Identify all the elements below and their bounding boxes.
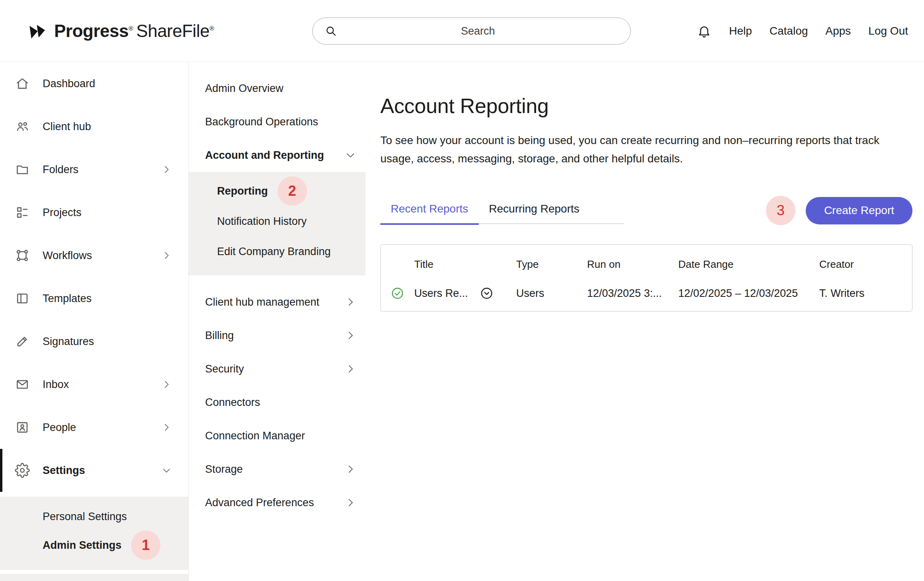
sidebar-item-templates[interactable]: Templates <box>0 277 188 320</box>
report-type: Users <box>516 287 587 300</box>
admin-nav-label: Billing <box>205 329 234 342</box>
admin-nav-item-billing[interactable]: Billing <box>189 319 366 352</box>
admin-nav-item-reporting[interactable]: Reporting 2 <box>189 176 366 206</box>
apps-link[interactable]: Apps <box>826 25 851 37</box>
template-icon <box>15 291 30 306</box>
tab-recent-reports[interactable]: Recent Reports <box>380 197 479 225</box>
column-header-run-on: Run on <box>587 258 678 271</box>
table-row[interactable]: Users Re... Users 12/03/2025 3:... 12/02… <box>381 279 912 311</box>
envelope-icon <box>15 377 30 392</box>
admin-nav-sublabel: Notification History <box>217 215 307 228</box>
people-group-icon <box>15 119 30 134</box>
admin-nav-item-account-and-reporting[interactable]: Account and Reporting <box>189 138 366 172</box>
sidebar-item-label: Dashboard <box>43 78 95 90</box>
chevron-right-icon <box>161 164 172 175</box>
sidebar-item-workflows[interactable]: Workflows <box>0 234 188 277</box>
admin-nav-item-connection-manager[interactable]: Connection Manager <box>189 419 366 452</box>
chevron-down-icon <box>345 150 356 161</box>
step-badge-1: 1 <box>131 530 161 560</box>
admin-nav-label: Client hub management <box>205 296 319 308</box>
home-icon <box>15 76 30 91</box>
column-header-date-range: Date Range <box>678 258 819 271</box>
chevron-right-icon <box>161 250 172 261</box>
report-title-cell: Users Re... <box>414 287 516 300</box>
chevron-down-circle-icon[interactable] <box>480 287 493 300</box>
admin-nav-label: Admin Overview <box>205 82 284 95</box>
admin-nav-item-admin-overview[interactable]: Admin Overview <box>189 72 366 105</box>
sidebar-item-personal-settings[interactable]: Personal Settings <box>0 502 188 531</box>
chevron-right-icon <box>345 363 356 374</box>
admin-nav-item-background-operations[interactable]: Background Operations <box>189 105 366 138</box>
sidebar-item-label: Folders <box>43 164 78 176</box>
gear-icon <box>15 463 30 478</box>
reports-controls-row: Recent Reports Recurring Reports 3 Creat… <box>380 196 912 225</box>
sidebar-item-label: Templates <box>43 292 92 305</box>
brand-text: Progress®ShareFile® <box>54 21 214 41</box>
check-circle-icon <box>391 287 404 300</box>
report-title: Users Re... <box>414 287 468 300</box>
sidebar-item-people[interactable]: People <box>0 406 188 449</box>
sidebar-item-client-hub[interactable]: Client hub <box>0 105 188 148</box>
progress-logo-icon <box>29 23 48 39</box>
sidebar-item-label: Projects <box>43 207 82 219</box>
workflow-icon <box>15 248 30 263</box>
brand-logo[interactable]: Progress®ShareFile® <box>29 21 214 41</box>
sidebar-item-folders[interactable]: Folders <box>0 148 188 191</box>
help-link[interactable]: Help <box>729 25 752 37</box>
admin-nav-item-advanced-preferences[interactable]: Advanced Preferences <box>189 486 366 519</box>
chevron-right-icon <box>161 422 172 433</box>
sidebar-item-dashboard[interactable]: Dashboard <box>0 62 188 105</box>
search-bar[interactable] <box>312 18 631 45</box>
page-description: To see how your account is being used, y… <box>380 131 910 168</box>
tab-recurring-reports[interactable]: Recurring Reports <box>479 197 590 223</box>
admin-nav-label: Connection Manager <box>205 430 305 442</box>
sidebar-item-label: People <box>43 421 76 434</box>
sidebar-bottom-strip <box>0 574 188 581</box>
admin-nav-item-client-hub-management[interactable]: Client hub management <box>189 285 366 319</box>
chevron-right-icon <box>345 296 356 308</box>
folder-icon <box>15 162 30 177</box>
report-creator: T. Writers <box>819 287 912 300</box>
settings-submenu: Personal Settings Admin Settings 1 <box>0 497 188 570</box>
sidebar-subitem-label: Personal Settings <box>43 511 127 523</box>
admin-nav-item-edit-company-branding[interactable]: Edit Company Branding <box>189 236 366 267</box>
chevron-right-icon <box>345 497 356 508</box>
sidebar-item-label: Signatures <box>43 335 94 348</box>
admin-nav-label: Storage <box>205 463 243 476</box>
search-input[interactable] <box>337 25 619 38</box>
reports-tabs: Recent Reports Recurring Reports <box>380 197 624 224</box>
logout-link[interactable]: Log Out <box>868 25 908 37</box>
sidebar-item-admin-settings[interactable]: Admin Settings 1 <box>0 531 188 560</box>
admin-nav-label: Account and Reporting <box>205 149 324 162</box>
catalog-link[interactable]: Catalog <box>769 25 808 37</box>
sidebar-item-signatures[interactable]: Signatures <box>0 320 188 363</box>
admin-nav-item-storage[interactable]: Storage <box>189 452 366 486</box>
person-card-icon <box>15 420 30 435</box>
sidebar-item-settings[interactable]: Settings <box>0 449 188 492</box>
search-icon <box>325 25 337 37</box>
notifications-bell-icon[interactable] <box>697 24 711 38</box>
main-content: Account Reporting To see how your accoun… <box>366 62 924 581</box>
create-report-button[interactable]: Create Report <box>806 197 912 224</box>
admin-nav-label: Advanced Preferences <box>205 497 314 509</box>
sidebar-item-projects[interactable]: Projects <box>0 191 188 234</box>
admin-nav-label: Connectors <box>205 396 260 409</box>
admin-nav-item-security[interactable]: Security <box>189 352 366 386</box>
header-nav: Help Catalog Apps Log Out <box>697 24 908 38</box>
chevron-right-icon <box>345 330 356 341</box>
admin-nav-item-connectors[interactable]: Connectors <box>189 386 366 419</box>
sidebar-subitem-label: Admin Settings <box>43 539 121 552</box>
step-badge-2: 2 <box>278 176 307 206</box>
report-status-cell <box>381 287 414 300</box>
page-title: Account Reporting <box>380 94 912 118</box>
admin-nav-item-notification-history[interactable]: Notification History <box>189 206 366 236</box>
sidebar-item-label: Inbox <box>43 378 69 391</box>
sidebar-item-inbox[interactable]: Inbox <box>0 363 188 406</box>
admin-settings-nav: Admin Overview Background Operations Acc… <box>189 62 366 581</box>
sidebar-item-label: Settings <box>43 464 85 477</box>
reports-actions: 3 Create Report <box>766 196 912 225</box>
admin-nav-label: Background Operations <box>205 116 318 128</box>
column-header-creator: Creator <box>819 258 912 271</box>
report-run-on: 12/03/2025 3:... <box>587 287 678 300</box>
admin-nav-label: Security <box>205 363 244 375</box>
